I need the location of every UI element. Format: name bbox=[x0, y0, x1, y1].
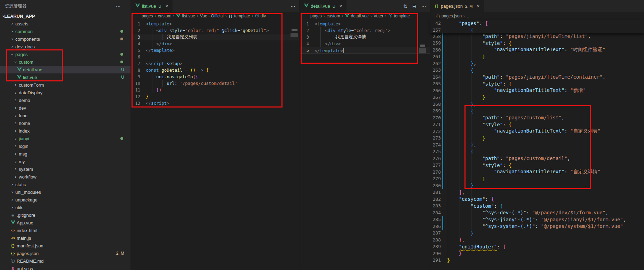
code-line-265[interactable]: 265 "style": { bbox=[430, 80, 644, 87]
tree-item-system[interactable]: ›system bbox=[0, 165, 130, 173]
breadcrumb-item[interactable]: {}template bbox=[229, 14, 250, 18]
code-line-9[interactable]: 9 uni.navigateTo({ bbox=[131, 73, 299, 80]
tree-item-index-html[interactable]: <>index.html bbox=[0, 227, 130, 234]
code-line-13[interactable]: 13</script> bbox=[131, 100, 299, 106]
code-line-263[interactable]: 263 { bbox=[430, 67, 644, 74]
tree-item-login[interactable]: ›login bbox=[0, 142, 130, 150]
tree-item-common[interactable]: ›common bbox=[0, 27, 130, 35]
tab-list-vue[interactable]: list.vue U × bbox=[131, 0, 173, 12]
tree-item-readme-md[interactable]: ⓘREADME.md bbox=[0, 257, 130, 265]
code-line-264[interactable]: 264 "path": "pages/jianyi/flowTime/conta… bbox=[430, 74, 644, 81]
code-line-5[interactable]: 5</template> bbox=[131, 47, 299, 54]
explorer-more-actions-icon[interactable]: ⋯ bbox=[116, 3, 126, 9]
breadcrumb-item[interactable]: pages bbox=[142, 14, 153, 18]
tree-item-demo[interactable]: ›demo bbox=[0, 96, 130, 104]
code-line-271[interactable]: 271 "style": { bbox=[430, 121, 644, 128]
tree-item-datadisplay[interactable]: ›dataDisplay bbox=[0, 89, 130, 96]
code-line-1[interactable]: 1<template> bbox=[300, 21, 430, 27]
code-line-3[interactable]: 3 我是自定义列表 bbox=[131, 34, 299, 40]
code-line-266[interactable]: 266 "navigationBarTitleText": "新增" bbox=[430, 87, 644, 94]
code-line-268[interactable]: 268 }, bbox=[430, 101, 644, 108]
breadcrumb-item[interactable]: Vue - Official bbox=[200, 14, 224, 18]
code-line-288[interactable]: 288 }, bbox=[430, 237, 644, 244]
close-tab-icon[interactable]: × bbox=[340, 3, 342, 9]
code-line-259[interactable]: 259 "style": { bbox=[430, 40, 644, 47]
code-line-279[interactable]: 279 } bbox=[430, 175, 644, 182]
tree-item-jianyi[interactable]: ›jianyi bbox=[0, 135, 130, 142]
code-line-280[interactable]: 280 } bbox=[430, 182, 644, 189]
code-line-284[interactable]: 284 "^sys-dev-(.*)": "@/pages/dev/$1/for… bbox=[430, 209, 644, 216]
code-line-10[interactable]: 10 url: '/pages/custom/detail' bbox=[131, 80, 299, 87]
tree-item--gitignore[interactable]: ◆.gitignore bbox=[0, 211, 130, 219]
tree-item-my[interactable]: ›my bbox=[0, 158, 130, 165]
code-line-8[interactable]: 8const goDetail = () => { bbox=[131, 67, 299, 73]
tree-item-uni-modules[interactable]: ›uni_modules bbox=[0, 188, 130, 196]
code-line-6[interactable]: 6 bbox=[131, 54, 299, 60]
code-line-3[interactable]: 3 我是自定义详情 bbox=[300, 34, 430, 40]
code-line-11[interactable]: 11 }) bbox=[131, 87, 299, 93]
close-tab-icon[interactable]: × bbox=[165, 3, 168, 9]
tree-item-dev-docs[interactable]: ›dev_docs bbox=[0, 43, 130, 50]
code-line-42[interactable]: 42 "pages": [ bbox=[430, 20, 644, 27]
tree-item-utils[interactable]: ›utils bbox=[0, 204, 130, 211]
split-editor-icon[interactable]: ⊟ bbox=[412, 3, 416, 9]
tree-item-unpackage[interactable]: ›unpackage bbox=[0, 196, 130, 204]
tree-item-pages-json[interactable]: {}pages.json2, M bbox=[0, 249, 130, 257]
tree-item-list-vue[interactable]: list.vueU bbox=[0, 73, 130, 81]
code-line-258[interactable]: 258 "path": "pages/jianyi/flowTime/list"… bbox=[430, 33, 644, 40]
code-line-285[interactable]: 285 "^sys-jianyi-(.*)": "@/pages/jianyi/… bbox=[430, 216, 644, 223]
tree-item-workflow[interactable]: ›workflow bbox=[0, 173, 130, 181]
tree-item-index[interactable]: ›index bbox=[0, 127, 130, 135]
code-line-12[interactable]: 12} bbox=[131, 93, 299, 100]
code-line-283[interactable]: 283 "custom": { bbox=[430, 202, 644, 209]
tree-item-msg[interactable]: ›msg bbox=[0, 150, 130, 158]
breadcrumb-item[interactable]: … bbox=[467, 14, 471, 18]
code-line-273[interactable]: 273 } bbox=[430, 135, 644, 142]
code-line-276[interactable]: 276 "path": "pages/custom/detail", bbox=[430, 155, 644, 162]
breadcrumb-item[interactable]: list.vue bbox=[176, 14, 195, 19]
code-line-257[interactable]: 257 { bbox=[430, 27, 644, 34]
code-line-281[interactable]: 281 ], bbox=[430, 189, 644, 196]
tree-root-learun-app[interactable]: › LEARUN_APP bbox=[0, 12, 130, 20]
code-line-277[interactable]: 277 "style": { bbox=[430, 162, 644, 169]
more-actions-icon[interactable]: ⋯ bbox=[291, 3, 295, 9]
breadcrumb-item[interactable]: div bbox=[255, 14, 266, 19]
tree-item-static[interactable]: ›static bbox=[0, 181, 130, 188]
code-line-289[interactable]: 289 "uniIdRouter": { bbox=[430, 243, 644, 250]
code-editor-pages-json[interactable]: 258 "path": "pages/jianyi/flowTime/list"… bbox=[430, 20, 644, 264]
code-line-282[interactable]: 282 "easycom": { bbox=[430, 196, 644, 203]
code-line-5[interactable]: 5</template> bbox=[300, 47, 430, 54]
breadcrumb-item[interactable]: Vuter bbox=[374, 14, 383, 18]
tree-item-custom[interactable]: ›custom bbox=[0, 58, 130, 66]
sticky-scroll[interactable]: 42 "pages": [257 { bbox=[430, 20, 644, 33]
tab-detail-vue[interactable]: detail.vue U × bbox=[300, 0, 347, 12]
tree-item-home[interactable]: ›home bbox=[0, 119, 130, 127]
code-line-4[interactable]: 4 </div> bbox=[131, 40, 299, 47]
code-line-272[interactable]: 272 "navigationBarTitleText": "自定义列表" bbox=[430, 128, 644, 135]
code-line-278[interactable]: 278 "navigationBarTitleText": "自定义详情" bbox=[430, 169, 644, 176]
close-tab-icon[interactable]: × bbox=[477, 3, 479, 9]
breadcrumb-item[interactable]: {}pages.json bbox=[436, 14, 462, 18]
more-actions-icon[interactable]: ⋯ bbox=[421, 3, 426, 9]
tree-item-main-js[interactable]: JSmain.js bbox=[0, 234, 130, 242]
code-line-291[interactable]: 291} bbox=[430, 257, 644, 264]
breadcrumb-item[interactable]: custom bbox=[327, 14, 340, 18]
code-line-275[interactable]: 275 { bbox=[430, 148, 644, 155]
code-editor-list-vue[interactable]: 1<template>2 <div style="color: red;" @c… bbox=[131, 20, 299, 106]
code-line-287[interactable]: 287 } bbox=[430, 230, 644, 237]
tree-item-pages[interactable]: ›pages bbox=[0, 50, 130, 58]
code-line-4[interactable]: 4 </div> bbox=[300, 40, 430, 47]
code-line-274[interactable]: 274 }, bbox=[430, 142, 644, 149]
tree-item-customform[interactable]: ›customForm bbox=[0, 81, 130, 89]
code-editor-detail-vue[interactable]: 1<template>2 <div style="color: red;">3 … bbox=[300, 20, 430, 54]
code-line-286[interactable]: 286 "^sys-system-(.*)": "@/pages/system/… bbox=[430, 223, 644, 230]
tree-item-components[interactable]: ›components bbox=[0, 35, 130, 43]
code-line-2[interactable]: 2 <div style="color: red;" @click="goDet… bbox=[131, 27, 299, 34]
tree-item-assets[interactable]: ›assets bbox=[0, 20, 130, 27]
tab-pages-json[interactable]: {} pages.json 2, M × bbox=[430, 0, 484, 12]
breadcrumb-item[interactable]: template bbox=[388, 14, 410, 19]
code-line-2[interactable]: 2 <div style="color: red;"> bbox=[300, 27, 430, 34]
code-line-7[interactable]: 7<script setup> bbox=[131, 60, 299, 67]
tree-item-detail-vue[interactable]: detail.vueU bbox=[0, 66, 130, 73]
breadcrumb-item[interactable]: detail.vue bbox=[345, 14, 368, 19]
